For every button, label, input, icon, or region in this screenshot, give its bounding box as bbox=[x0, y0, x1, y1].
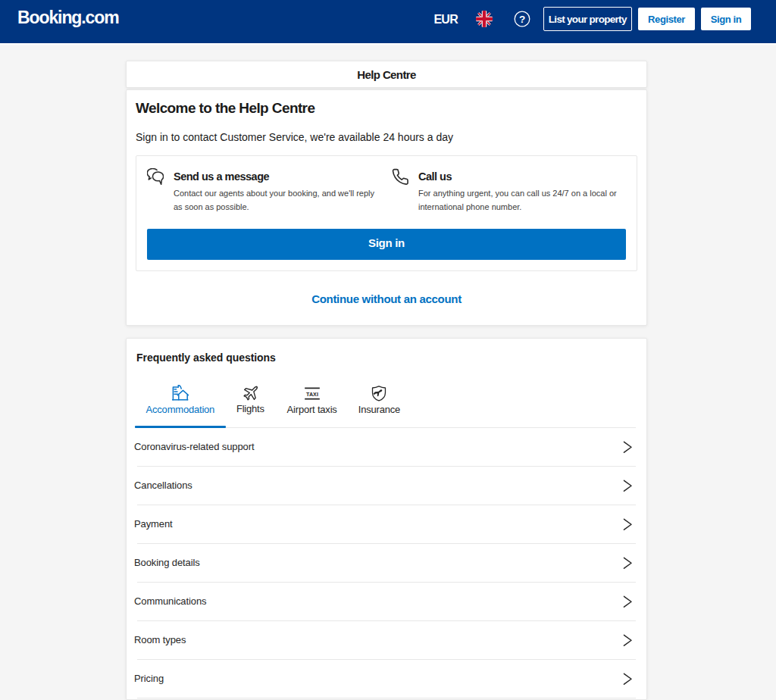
svg-text:?: ? bbox=[518, 14, 524, 25]
svg-text:TAXI: TAXI bbox=[306, 391, 318, 397]
